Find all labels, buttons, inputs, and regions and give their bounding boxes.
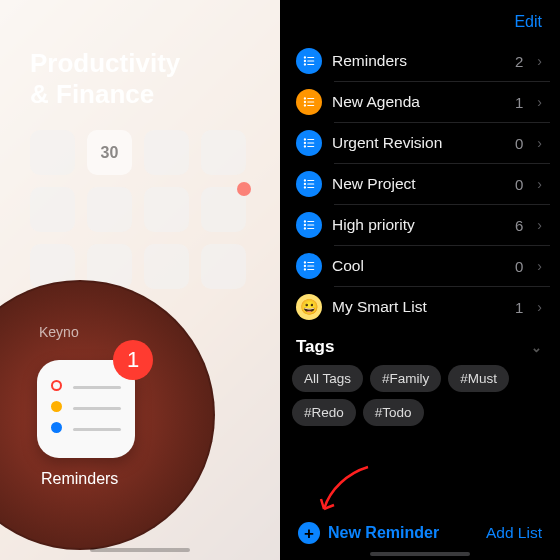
home-screen-magnified: Productivity& Finance 30 Keyno 1 Reminde…: [0, 0, 280, 560]
svg-point-32: [304, 265, 305, 266]
app-icon[interactable]: [30, 187, 75, 232]
peeking-app-label: Keyno: [39, 324, 79, 340]
reminders-icon-line: [73, 428, 121, 431]
notification-badge: 1: [113, 340, 153, 380]
list-row[interactable]: Reminders2›: [290, 41, 550, 81]
reminders-app-screen: Edit Reminders2›New Agenda1›Urgent Revis…: [280, 0, 560, 560]
add-list-button[interactable]: Add List: [486, 524, 542, 542]
svg-point-12: [304, 139, 305, 140]
svg-point-2: [304, 60, 305, 61]
svg-point-28: [304, 228, 305, 229]
list-row[interactable]: New Agenda1›: [290, 82, 550, 122]
smart-list-icon: 😀: [296, 294, 322, 320]
list-row[interactable]: Urgent Revision0›: [290, 123, 550, 163]
edit-button[interactable]: Edit: [514, 13, 542, 31]
tags-header-label: Tags: [296, 337, 334, 357]
svg-point-8: [304, 101, 305, 102]
svg-point-22: [304, 187, 305, 188]
app-icon[interactable]: [201, 244, 246, 289]
app-icon[interactable]: [144, 187, 189, 232]
reminders-app-label: Reminders: [41, 470, 118, 488]
my-lists-section: Reminders2›New Agenda1›Urgent Revision0›…: [280, 41, 560, 327]
reminders-icon-dot-yellow: [51, 401, 62, 412]
list-count: 1: [515, 94, 523, 111]
app-icon[interactable]: [30, 130, 75, 175]
list-name-label: New Agenda: [332, 93, 505, 111]
list-row[interactable]: New Project0›: [290, 164, 550, 204]
list-bullet-icon: [296, 48, 322, 74]
list-count: 1: [515, 299, 523, 316]
app-icon[interactable]: [144, 130, 189, 175]
svg-point-24: [304, 221, 305, 222]
new-reminder-button[interactable]: + New Reminder: [298, 522, 439, 544]
list-bullet-icon: [296, 130, 322, 156]
list-name-label: High priority: [332, 216, 505, 234]
svg-point-26: [304, 224, 305, 225]
list-bullet-icon: [296, 253, 322, 279]
reminders-icon-dot-red: [51, 380, 62, 391]
list-name-label: Cool: [332, 257, 505, 275]
folder-title: Productivity& Finance: [30, 48, 180, 110]
chevron-right-icon: ›: [537, 176, 542, 192]
list-count: 0: [515, 176, 523, 193]
app-icon-gmail[interactable]: [201, 187, 246, 232]
app-icon[interactable]: [144, 244, 189, 289]
svg-point-18: [304, 180, 305, 181]
svg-point-16: [304, 146, 305, 147]
list-row[interactable]: High priority6›: [290, 205, 550, 245]
tag-chip[interactable]: #Family: [370, 365, 441, 392]
list-bullet-icon: [296, 89, 322, 115]
chevron-right-icon: ›: [537, 53, 542, 69]
list-row[interactable]: Cool0›: [290, 246, 550, 286]
app-icon[interactable]: [201, 130, 246, 175]
list-name-label: New Project: [332, 175, 505, 193]
svg-point-30: [304, 262, 305, 263]
list-name-label: Urgent Revision: [332, 134, 505, 152]
svg-point-34: [304, 269, 305, 270]
reminders-icon-line: [73, 407, 121, 410]
chevron-right-icon: ›: [537, 135, 542, 151]
svg-point-6: [304, 98, 305, 99]
svg-point-10: [304, 105, 305, 106]
new-reminder-label: New Reminder: [328, 524, 439, 542]
svg-point-14: [304, 142, 305, 143]
home-indicator: [90, 548, 190, 552]
tag-chip[interactable]: All Tags: [292, 365, 363, 392]
svg-point-20: [304, 183, 305, 184]
chevron-right-icon: ›: [537, 217, 542, 233]
list-count: 2: [515, 53, 523, 70]
nav-bar: Edit: [280, 0, 560, 41]
folder-apps-grid: 30: [30, 130, 246, 289]
tags-container: All Tags#Family#Must#Redo#Todo: [280, 365, 560, 426]
list-bullet-icon: [296, 212, 322, 238]
list-name-label: Reminders: [332, 52, 505, 70]
chevron-right-icon: ›: [537, 258, 542, 274]
bottom-toolbar: + New Reminder Add List: [280, 522, 560, 544]
svg-point-4: [304, 64, 305, 65]
list-row[interactable]: 😀My Smart List1›: [290, 287, 550, 327]
callout-arrow: [318, 463, 376, 518]
app-icon-calendar[interactable]: 30: [87, 130, 132, 175]
app-icon[interactable]: [87, 187, 132, 232]
chevron-right-icon: ›: [537, 299, 542, 315]
list-bullet-icon: [296, 171, 322, 197]
chevron-right-icon: ›: [537, 94, 542, 110]
list-name-label: My Smart List: [332, 298, 505, 316]
list-count: 0: [515, 135, 523, 152]
tag-chip[interactable]: #Redo: [292, 399, 356, 426]
reminders-icon-dot-blue: [51, 422, 62, 433]
reminders-icon-line: [73, 386, 121, 389]
svg-point-0: [304, 57, 305, 58]
tags-section-header[interactable]: Tags ⌄: [280, 327, 560, 365]
tag-chip[interactable]: #Must: [448, 365, 509, 392]
list-count: 0: [515, 258, 523, 275]
list-count: 6: [515, 217, 523, 234]
plus-circle-icon: +: [298, 522, 320, 544]
chevron-down-icon: ⌄: [531, 340, 542, 355]
home-indicator: [370, 552, 470, 556]
tag-chip[interactable]: #Todo: [363, 399, 424, 426]
